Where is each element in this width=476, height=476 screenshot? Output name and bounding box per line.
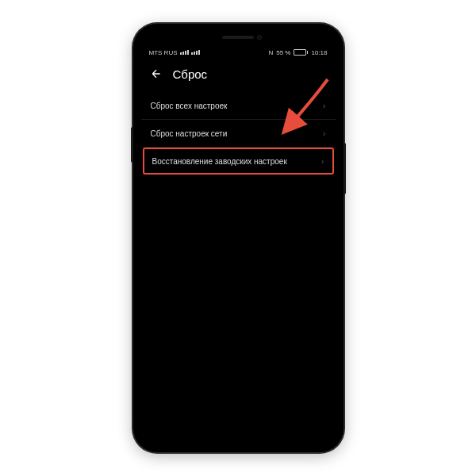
battery-percent: 55 % [276, 49, 290, 56]
chevron-right-icon: › [323, 129, 326, 138]
carrier-label: MTS RUS [149, 49, 178, 56]
status-right: N 55 % 10:18 [268, 49, 327, 56]
signal-icon [180, 50, 189, 55]
speaker [222, 36, 254, 39]
list-item-factory-reset[interactable]: Восстановление заводских настроек › [143, 148, 334, 175]
phone-screen: MTS RUS N 55 % 10:18 [140, 30, 337, 446]
list-item-reset-network[interactable]: Сброс настроек сети › [141, 120, 336, 148]
back-button[interactable] [149, 67, 163, 81]
status-bar: MTS RUS N 55 % 10:18 [140, 44, 337, 59]
notch-area [140, 30, 337, 44]
phone-frame: MTS RUS N 55 % 10:18 [133, 24, 344, 452]
battery-icon [294, 49, 308, 56]
nfc-icon: N [268, 49, 273, 56]
page-header: Сброс [140, 59, 337, 92]
front-camera [257, 35, 262, 40]
list-item-reset-all[interactable]: Сброс всех настроек › [141, 92, 336, 120]
chevron-right-icon: › [321, 156, 324, 166]
arrow-left-icon [150, 67, 163, 80]
list-item-label: Сброс настроек сети [151, 129, 228, 138]
signal-icon-2 [191, 50, 200, 55]
settings-list: Сброс всех настроек › Сброс настроек сет… [140, 92, 337, 175]
clock: 10:18 [311, 49, 327, 56]
status-left: MTS RUS [149, 49, 200, 56]
list-item-label: Сброс всех настроек [151, 102, 228, 110]
page-title: Сброс [173, 67, 208, 81]
list-item-label: Восстановление заводских настроек [152, 157, 287, 166]
chevron-right-icon: › [323, 101, 326, 110]
